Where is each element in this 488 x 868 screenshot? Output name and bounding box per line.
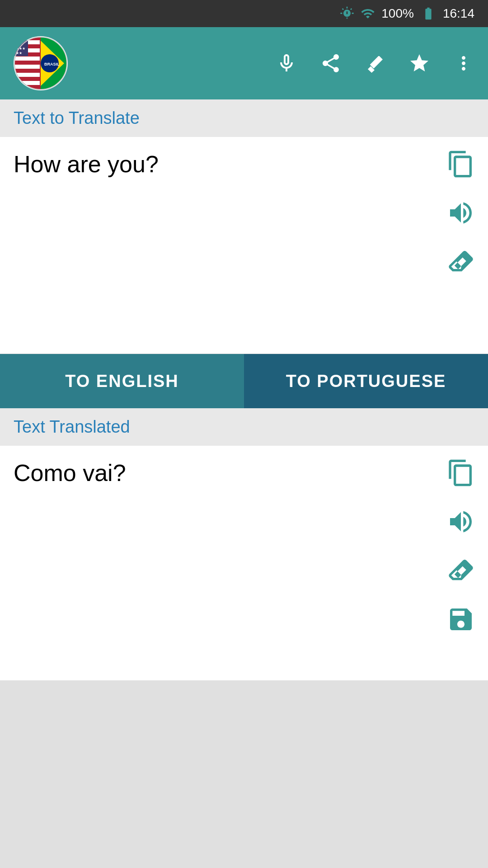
alarm-icon [340,6,354,21]
input-section-label: Text to Translate [0,99,488,137]
input-actions [443,146,479,280]
app-bar: ★★★ ★★ BRASIL [0,27,488,99]
status-icons: 100% 16:14 [340,6,474,21]
input-text: How are you? [14,151,159,178]
star-button[interactable] [408,52,430,74]
to-portuguese-button[interactable]: TO PORTUGUESE [244,354,488,408]
status-bar: 100% 16:14 [0,0,488,27]
battery-percentage: 100% [381,6,414,21]
input-speak-button[interactable] [443,195,479,231]
input-clear-button[interactable] [443,244,479,280]
svg-rect-6 [14,57,40,61]
input-area[interactable]: How are you? [0,137,488,354]
app-logo: ★★★ ★★ BRASIL [14,36,68,90]
battery-icon [420,6,436,21]
svg-rect-9 [14,81,40,85]
output-clear-button[interactable] [443,552,479,589]
output-label-text: Text Translated [14,417,130,436]
time-display: 16:14 [443,6,474,21]
app-bar-actions [276,52,474,74]
share-button[interactable] [320,52,342,74]
eraser-button[interactable] [364,52,386,74]
bottom-bar [0,681,488,868]
output-area: Como vai? [0,446,488,681]
input-label-text: Text to Translate [14,108,140,127]
output-copy-button[interactable] [443,455,479,491]
more-options-button[interactable] [453,52,474,74]
input-copy-button[interactable] [443,146,479,182]
to-english-button[interactable]: TO ENGLISH [0,354,244,408]
output-speak-button[interactable] [443,504,479,540]
translate-buttons: TO ENGLISH TO PORTUGUESE [0,354,488,408]
svg-text:BRASIL: BRASIL [44,62,60,66]
output-save-button[interactable] [443,601,479,637]
output-actions [443,455,479,637]
output-text: Como vai? [14,459,126,486]
microphone-button[interactable] [276,52,297,74]
signal-icon [361,6,375,21]
svg-rect-7 [14,65,40,69]
output-section-label: Text Translated [0,408,488,446]
